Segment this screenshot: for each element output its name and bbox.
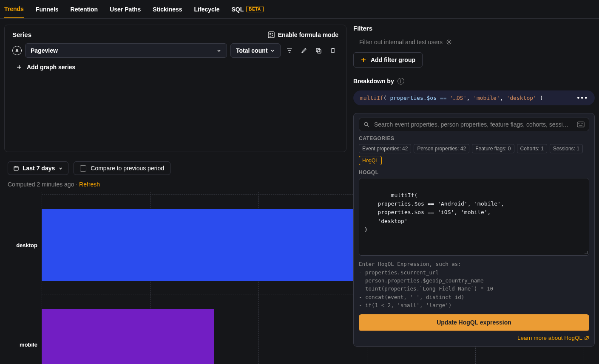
filters-title: Filters xyxy=(353,25,595,32)
add-series-button[interactable]: Add graph series xyxy=(12,58,338,76)
enable-formula-button[interactable]: Enable formula mode xyxy=(268,31,338,38)
event-select[interactable]: Pageview xyxy=(25,43,227,58)
tab-sql-label: SQL xyxy=(232,6,244,13)
learn-more-link[interactable]: Learn more about HogQL xyxy=(359,335,589,341)
series-badge-a: A xyxy=(12,46,22,55)
tab-user-paths[interactable]: User Paths xyxy=(110,1,141,18)
trash-icon xyxy=(329,47,336,54)
svg-rect-0 xyxy=(268,32,274,38)
filters-panel: Filters Filter out internal and test use… xyxy=(353,25,595,152)
category-sessions[interactable]: Sessions: 1 xyxy=(550,144,583,153)
chevron-down-icon xyxy=(216,48,221,53)
series-title: Series xyxy=(12,31,31,38)
more-icon[interactable]: ••• xyxy=(577,95,588,101)
svg-point-8 xyxy=(581,123,582,124)
filter-internal-label: Filter out internal and test users xyxy=(359,39,443,45)
hogql-editor[interactable]: multiIf( properties.$os == 'Android', 'm… xyxy=(359,178,589,256)
search-icon xyxy=(363,121,370,128)
plus-icon xyxy=(361,57,366,63)
insight-type-tabs: Trends Funnels Retention User Paths Stic… xyxy=(0,0,599,19)
duplicate-series-button[interactable] xyxy=(313,45,324,56)
tab-funnels[interactable]: Funnels xyxy=(36,1,59,18)
event-select-value: Pageview xyxy=(31,47,58,54)
categories-label: CATEGORIES xyxy=(359,135,589,141)
add-filter-group-button[interactable]: Add filter group xyxy=(353,52,423,68)
external-link-icon xyxy=(584,336,589,341)
info-icon[interactable]: i xyxy=(397,78,404,85)
hogql-hint: Enter HogQL Expression, such as: - prope… xyxy=(359,260,589,309)
date-range-label: Last 7 days xyxy=(23,165,55,172)
compare-label: Compare to previous period xyxy=(91,165,164,172)
chart-label-mobile: mobile xyxy=(8,341,37,348)
svg-point-7 xyxy=(579,123,580,124)
math-select-value: Total count xyxy=(236,47,267,54)
breakdown-expression: multiIf( properties.$os == '…OS', 'mobil… xyxy=(360,95,543,101)
beta-badge: BETA xyxy=(246,6,263,12)
learn-more-label: Learn more about HogQL xyxy=(517,335,582,341)
svg-point-4 xyxy=(364,122,368,126)
category-person-properties[interactable]: Person properties: 42 xyxy=(414,144,469,153)
delete-series-button[interactable] xyxy=(327,45,338,56)
category-event-properties[interactable]: Event properties: 42 xyxy=(359,144,411,153)
svg-rect-1 xyxy=(316,48,320,52)
svg-point-6 xyxy=(578,123,579,124)
chevron-down-icon xyxy=(58,166,63,171)
copy-icon xyxy=(315,47,322,54)
category-feature-flags[interactable]: Feature flags: 0 xyxy=(472,144,514,153)
tab-stickiness[interactable]: Stickiness xyxy=(153,1,182,18)
tab-retention[interactable]: Retention xyxy=(71,1,98,18)
series-panel: Series Enable formula mode A Pageview To… xyxy=(4,25,346,152)
filter-series-button[interactable] xyxy=(284,45,295,56)
compare-toggle[interactable]: Compare to previous period xyxy=(74,161,170,175)
tab-lifecycle[interactable]: Lifecycle xyxy=(194,1,220,18)
svg-point-9 xyxy=(582,123,583,124)
gear-icon xyxy=(446,39,452,45)
math-select[interactable]: Total count xyxy=(230,43,281,58)
breakdown-popover: CATEGORIES Event properties: 42 Person p… xyxy=(353,113,595,347)
hogql-label: HOGQL xyxy=(359,169,589,175)
hogql-code: multiIf( properties.$os == 'Android', 'm… xyxy=(364,192,504,233)
svg-point-3 xyxy=(448,41,450,43)
rename-series-button[interactable] xyxy=(298,45,309,56)
date-range-button[interactable]: Last 7 days xyxy=(8,161,68,175)
svg-rect-11 xyxy=(14,166,18,170)
add-filter-label: Add filter group xyxy=(371,56,415,63)
refresh-button[interactable]: Refresh xyxy=(79,181,100,188)
category-hogql[interactable]: HogQL xyxy=(359,156,382,165)
checkbox-icon xyxy=(80,165,86,172)
tab-sql[interactable]: SQL BETA xyxy=(232,1,264,18)
tab-trends[interactable]: Trends xyxy=(4,0,24,18)
breakdown-pill[interactable]: multiIf( properties.$os == '…OS', 'mobil… xyxy=(353,90,595,105)
computed-text: Computed 2 minutes ago xyxy=(8,181,74,188)
chart-label-desktop: desktop xyxy=(8,242,37,248)
svg-rect-2 xyxy=(318,50,321,53)
pencil-icon xyxy=(301,47,307,54)
property-search[interactable] xyxy=(359,118,589,131)
svg-rect-5 xyxy=(577,122,584,127)
chart-bar-mobile[interactable] xyxy=(42,309,214,364)
calendar-icon xyxy=(13,165,19,171)
plus-icon xyxy=(16,64,23,71)
svg-rect-10 xyxy=(579,125,582,126)
chevron-down-icon xyxy=(270,48,275,53)
add-series-label: Add graph series xyxy=(27,64,75,71)
update-hogql-button[interactable]: Update HogQL expression xyxy=(359,314,589,330)
category-cohorts[interactable]: Cohorts: 1 xyxy=(517,144,547,153)
formula-label: Enable formula mode xyxy=(278,31,338,38)
filter-internal-users[interactable]: Filter out internal and test users xyxy=(353,36,595,48)
keyboard-icon xyxy=(577,121,585,127)
breakdown-title: Breakdown by xyxy=(353,78,394,85)
filter-icon xyxy=(286,47,293,54)
property-search-input[interactable] xyxy=(374,121,573,128)
resize-handle[interactable] xyxy=(584,250,588,254)
formula-icon xyxy=(268,31,275,38)
